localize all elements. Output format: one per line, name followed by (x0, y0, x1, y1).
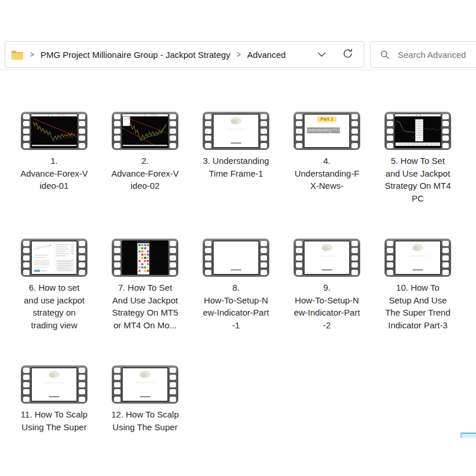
address-bar[interactable]: > PMG Project Millionaire Group - Jackpo… (5, 41, 364, 68)
file-name: 2. Advance-Forex-V ideo-02 (111, 155, 179, 192)
thumbnail-art (214, 241, 258, 274)
filmstrip-holes-right (351, 112, 358, 150)
breadcrumb-segment-parent[interactable]: PMG Project Millionaire Group - Jackpot … (41, 50, 230, 60)
explorer-content-area: 1. Advance-Forex-V ideo-01 (0, 70, 476, 436)
thumbnail-art (122, 114, 168, 148)
filmstrip-holes-right (260, 112, 268, 150)
video-thumbnail (21, 112, 87, 150)
breadcrumb-separator: > (30, 49, 34, 60)
filmstrip-holes-right (169, 112, 177, 150)
search-box[interactable] (370, 41, 476, 68)
chevron-down-icon (317, 50, 326, 59)
video-thumbnail (203, 239, 269, 277)
filmstrip-holes-right (260, 239, 268, 277)
file-item[interactable]: Part 1 Understanding FX News 4. Understa… (281, 112, 372, 239)
thumbnail-screen (394, 113, 441, 148)
file-item[interactable]: 6. How to set and use jackpot strategy o… (9, 239, 100, 365)
thumbnail-screen (213, 113, 259, 148)
filmstrip-holes-right (78, 112, 86, 150)
thumbnail-screen (122, 367, 169, 402)
filmstrip-holes-left (204, 239, 212, 277)
thumbnail-screen (394, 240, 441, 275)
file-item[interactable]: 9. How-To-Setup-N ew-Indicator-Part -2 (281, 239, 372, 365)
clipped-blue-overlay-fragment (460, 433, 476, 438)
search-input[interactable] (397, 49, 474, 60)
video-thumbnail (21, 239, 87, 277)
filmstrip-holes-left (23, 365, 30, 404)
file-item[interactable]: 11. How To Scalp Using The Super Trend I… (9, 365, 100, 436)
filmstrip-holes-right (169, 239, 177, 277)
thumbnail-art (31, 114, 77, 148)
address-dropdown-button[interactable] (316, 49, 327, 60)
thumbnail-art (32, 368, 76, 401)
file-name: 5. How To Set and Use Jackpot Strategy O… (385, 155, 451, 204)
file-item[interactable]: 5. How To Set and Use Jackpot Strategy O… (372, 112, 463, 239)
file-name: 1. Advance-Forex-V ideo-01 (20, 155, 88, 192)
thumbnail-art (123, 368, 167, 401)
file-name: 7. How To Set And Use Jackpot Strategy O… (112, 281, 178, 331)
file-grid: 1. Advance-Forex-V ideo-01 (9, 112, 463, 436)
filmstrip-holes-right (351, 239, 358, 277)
thumbnail-screen (122, 240, 169, 275)
file-item[interactable]: 1. Advance-Forex-V ideo-01 (9, 112, 100, 239)
refresh-icon (342, 48, 353, 61)
thumbnail-screen (303, 240, 350, 275)
breadcrumb-segment-current[interactable]: Advanced (247, 50, 286, 60)
filmstrip-holes-right (169, 365, 177, 404)
filmstrip-holes-right (78, 239, 86, 277)
search-icon (380, 50, 390, 60)
thumbnail-screen (31, 240, 78, 275)
thumbnail-screen (122, 113, 169, 148)
thumbnail-art (396, 241, 440, 274)
filmstrip-holes-left (204, 112, 212, 150)
filmstrip-holes-left (295, 239, 303, 277)
video-thumbnail (203, 112, 269, 150)
video-thumbnail (294, 239, 360, 277)
file-name: 4. Understanding-F X-News- (295, 155, 360, 192)
file-item[interactable]: 2. Advance-Forex-V ideo-02 (100, 112, 191, 239)
filmstrip-holes-left (23, 239, 30, 277)
file-name: 3. Understanding Time Frame-1 (203, 155, 269, 180)
filmstrip-holes-right (442, 112, 449, 150)
thumbnail-screen (31, 367, 78, 402)
filmstrip-holes-left (113, 365, 121, 404)
thumbnail-screen: Part 1 Understanding FX News (303, 113, 350, 148)
filmstrip-holes-left (113, 239, 121, 277)
filmstrip-holes-left (113, 112, 121, 150)
filmstrip-holes-left (23, 112, 30, 150)
file-name: 9. How-To-Setup-N ew-Indicator-Part -2 (294, 281, 360, 331)
thumbnail-art (122, 241, 168, 274)
thumbnail-art (395, 114, 441, 148)
file-item[interactable]: 3. Understanding Time Frame-1 (191, 112, 281, 239)
filmstrip-holes-right (442, 239, 449, 277)
filmstrip-holes-left (386, 239, 394, 277)
thumbnail-screen (213, 240, 259, 275)
video-thumbnail (112, 112, 178, 150)
file-name: 8. How-To-Setup-N ew-Indicator-Part -1 (203, 281, 269, 331)
refresh-button[interactable] (341, 47, 354, 62)
thumbnail-art (214, 115, 258, 147)
thumbnail-screen (31, 113, 78, 148)
folder-icon (11, 49, 24, 60)
filmstrip-holes-left (295, 112, 303, 150)
file-item[interactable]: 8. How-To-Setup-N ew-Indicator-Part -1 (191, 239, 281, 365)
video-thumbnail (21, 365, 87, 404)
file-name: 6. How to set and use jackpot strategy o… (24, 281, 85, 331)
thumbnail-caption-bar: Understanding FX News (307, 127, 340, 133)
video-thumbnail (112, 239, 178, 277)
thumbnail-art (32, 241, 76, 274)
file-item[interactable]: 10. How To Setup And Use The Super Trend… (372, 239, 463, 365)
filmstrip-holes-left (386, 112, 394, 150)
breadcrumb-separator: > (237, 49, 241, 60)
video-thumbnail: Part 1 Understanding FX News (294, 112, 360, 150)
file-name: 12. How To Scalp Using The Super Trend I… (111, 408, 178, 436)
thumbnail-art (305, 241, 349, 274)
video-thumbnail (385, 112, 451, 150)
thumbnail-badge: Part 1 (317, 116, 337, 122)
file-item[interactable]: 12. How To Scalp Using The Super Trend I… (100, 365, 191, 436)
file-name: 11. How To Scalp Using The Super Trend I… (21, 408, 87, 436)
file-item[interactable]: 7. How To Set And Use Jackpot Strategy O… (100, 239, 191, 365)
filmstrip-holes-right (78, 365, 86, 404)
video-thumbnail (112, 365, 178, 404)
video-thumbnail (385, 239, 451, 277)
